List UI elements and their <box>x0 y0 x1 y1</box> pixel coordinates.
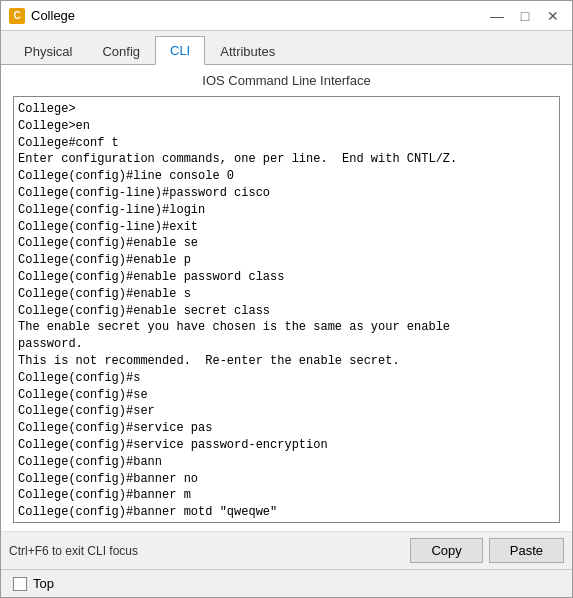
top-label: Top <box>33 576 54 591</box>
tab-cli[interactable]: CLI <box>155 36 205 65</box>
tab-config[interactable]: Config <box>87 37 155 65</box>
window-title: College <box>31 8 486 23</box>
action-buttons: Copy Paste <box>410 538 564 563</box>
paste-button[interactable]: Paste <box>489 538 564 563</box>
tab-physical[interactable]: Physical <box>9 37 87 65</box>
tabs-bar: Physical Config CLI Attributes <box>1 31 572 65</box>
bottom-bar: Top <box>1 569 572 597</box>
cli-hint: Ctrl+F6 to exit CLI focus <box>9 544 138 558</box>
main-window: C College — □ ✕ Physical Config CLI Attr… <box>0 0 573 598</box>
title-bar: C College — □ ✕ <box>1 1 572 31</box>
close-button[interactable]: ✕ <box>542 7 564 25</box>
section-title: IOS Command Line Interface <box>13 73 560 88</box>
content-area: IOS Command Line Interface College> Coll… <box>1 65 572 531</box>
maximize-button[interactable]: □ <box>514 7 536 25</box>
tab-attributes[interactable]: Attributes <box>205 37 290 65</box>
cli-terminal[interactable]: College> College>en College#conf t Enter… <box>13 96 560 523</box>
copy-button[interactable]: Copy <box>410 538 482 563</box>
status-bar: Ctrl+F6 to exit CLI focus Copy Paste <box>1 531 572 569</box>
window-controls: — □ ✕ <box>486 7 564 25</box>
minimize-button[interactable]: — <box>486 7 508 25</box>
top-checkbox[interactable] <box>13 577 27 591</box>
window-icon: C <box>9 8 25 24</box>
